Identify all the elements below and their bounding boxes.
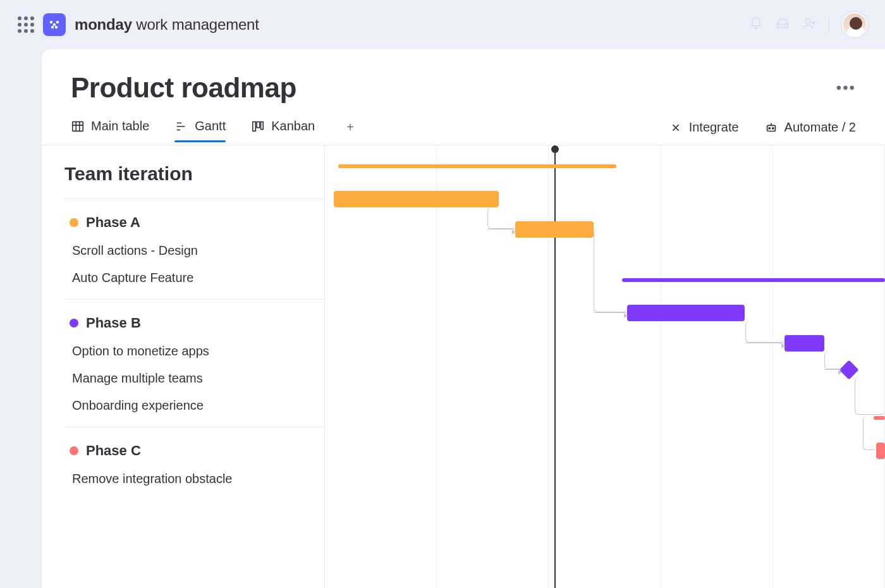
gantt-chart: Team iteration Phase A Scroll actions - …	[42, 145, 885, 588]
integrate-icon	[669, 121, 683, 135]
tab-label: Main table	[91, 119, 149, 133]
board-title: Product roadmap	[71, 72, 296, 104]
integrate-label: Integrate	[689, 120, 739, 135]
svg-rect-9	[261, 121, 264, 129]
robot-icon	[764, 121, 778, 135]
svg-rect-8	[257, 121, 260, 127]
automate-button[interactable]: Automate / 2	[764, 120, 856, 135]
phase-color-dot	[70, 218, 78, 227]
task-bar[interactable]	[784, 335, 825, 352]
group-title: Team iteration	[64, 163, 324, 185]
phase-name: Phase C	[86, 443, 141, 459]
board: Product roadmap ••• Main table Gantt Kan…	[42, 49, 885, 588]
phase-name: Phase B	[86, 315, 141, 331]
user-avatar[interactable]	[842, 12, 867, 37]
table-icon	[71, 119, 85, 133]
task-bar[interactable]	[515, 221, 594, 238]
automate-label: Automate / 2	[784, 120, 856, 135]
dependency-line	[824, 352, 841, 369]
dependency-arrow	[745, 343, 784, 343]
svg-rect-6	[73, 121, 83, 131]
svg-point-0	[50, 21, 52, 23]
phase-block-c: Phase C Remove integration obstacle	[64, 427, 324, 500]
inbox-icon[interactable]	[776, 16, 790, 33]
view-tabs: Main table Gantt Kanban + Integrate Auto…	[42, 109, 885, 142]
svg-point-1	[53, 23, 56, 26]
svg-rect-7	[253, 121, 256, 131]
task-bar[interactable]	[627, 305, 745, 321]
top-right-icons	[749, 12, 867, 37]
dependency-arrow	[487, 229, 515, 230]
svg-point-12	[772, 127, 773, 128]
tab-label: Kanban	[271, 119, 315, 133]
tab-gantt[interactable]: Gantt	[174, 113, 226, 142]
dependency-arrow	[594, 312, 627, 313]
integrate-button[interactable]: Integrate	[669, 120, 739, 135]
dependency-line	[855, 377, 885, 415]
svg-point-3	[51, 26, 54, 28]
gantt-task-list: Team iteration Phase A Scroll actions - …	[42, 145, 325, 588]
dependency-line	[487, 207, 515, 229]
logo-dots-icon	[48, 18, 61, 31]
kanban-icon	[251, 119, 265, 133]
task-bar[interactable]	[876, 443, 885, 459]
task-row[interactable]: Scroll actions - Design	[70, 237, 324, 264]
invite-user-icon[interactable]	[802, 16, 816, 33]
gantt-icon	[174, 119, 188, 133]
gantt-gridlines	[325, 145, 885, 588]
phase-name: Phase A	[86, 214, 140, 231]
phase-block-b: Phase B Option to monetize apps Manage m…	[64, 300, 324, 427]
phase-header[interactable]: Phase A	[70, 207, 324, 237]
task-bar[interactable]	[334, 191, 498, 207]
dependency-line	[745, 321, 784, 343]
dependency-arrow	[824, 369, 841, 370]
board-more-button[interactable]: •••	[836, 79, 856, 97]
notifications-icon[interactable]	[749, 16, 763, 33]
tab-kanban[interactable]: Kanban	[251, 113, 315, 142]
divider	[829, 17, 829, 32]
task-row[interactable]: Onboarding experience	[70, 392, 324, 419]
board-header: Product roadmap •••	[42, 49, 885, 109]
dependency-line	[863, 416, 876, 450]
main-layout: Product roadmap ••• Main table Gantt Kan…	[0, 49, 885, 588]
svg-point-4	[55, 26, 58, 28]
svg-point-5	[806, 19, 810, 23]
left-rail	[0, 49, 38, 588]
today-indicator	[554, 145, 556, 588]
phase-header[interactable]: Phase B	[70, 307, 324, 338]
tab-label: Gantt	[195, 119, 226, 133]
task-row[interactable]: Remove integration obstacle	[70, 465, 324, 493]
product-logo[interactable]	[43, 13, 66, 36]
tab-main-table[interactable]: Main table	[71, 113, 149, 142]
phase-summary-bar[interactable]	[338, 164, 616, 168]
phase-summary-bar[interactable]	[622, 278, 885, 282]
gantt-timeline[interactable]	[325, 145, 885, 588]
brand-title: monday work management	[75, 16, 259, 34]
svg-point-11	[769, 127, 770, 128]
phase-block-a: Phase A Scroll actions - Design Auto Cap…	[64, 199, 324, 300]
task-row[interactable]: Option to monetize apps	[70, 338, 324, 365]
phase-header[interactable]: Phase C	[70, 435, 324, 465]
task-row[interactable]: Auto Capture Feature	[70, 264, 324, 291]
add-view-button[interactable]: +	[340, 116, 360, 138]
app-switcher-icon[interactable]	[18, 16, 34, 33]
dependency-line	[594, 229, 627, 312]
phase-color-dot	[70, 319, 78, 328]
phase-color-dot	[70, 446, 78, 455]
task-row[interactable]: Manage multiple teams	[70, 365, 324, 392]
top-bar: monday work management	[0, 0, 885, 49]
svg-point-2	[56, 21, 59, 23]
